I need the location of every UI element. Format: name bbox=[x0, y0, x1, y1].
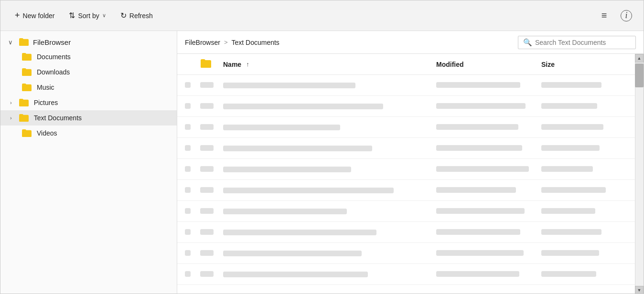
row-icon-skeleton bbox=[200, 82, 214, 88]
header-folder-svg bbox=[200, 59, 212, 68]
refresh-button[interactable]: ↻ Refresh bbox=[115, 8, 159, 23]
sidebar-root-label: FileBrowser bbox=[33, 38, 71, 46]
header-modified-col[interactable]: Modified bbox=[436, 61, 541, 68]
scrollbar-down-button[interactable]: ▼ bbox=[635, 286, 644, 294]
music-label: Music bbox=[37, 84, 54, 91]
sort-icon: ⇅ bbox=[69, 11, 75, 20]
videos-folder-icon bbox=[21, 129, 32, 137]
main-layout: ∨ FileBrowser Documents Downloads bbox=[0, 31, 644, 294]
row-name-skeleton bbox=[223, 146, 372, 151]
sort-by-button[interactable]: ⇅ Sort by ∨ bbox=[63, 8, 111, 23]
row-icon-skeleton bbox=[200, 103, 214, 109]
row-check-skeleton bbox=[185, 250, 191, 256]
name-header-label: Name bbox=[223, 61, 241, 68]
table-row[interactable] bbox=[177, 264, 635, 285]
sort-by-label: Sort by bbox=[78, 12, 99, 20]
size-header-label: Size bbox=[541, 61, 555, 68]
table-row[interactable] bbox=[177, 96, 635, 117]
table-row[interactable] bbox=[177, 180, 635, 201]
sidebar: ∨ FileBrowser Documents Downloads bbox=[0, 31, 177, 294]
search-input[interactable] bbox=[535, 39, 631, 46]
scrollbar-handle[interactable] bbox=[635, 63, 644, 87]
row-mod-skeleton bbox=[436, 166, 529, 172]
info-button[interactable]: i bbox=[618, 7, 635, 24]
row-mod-skeleton bbox=[436, 82, 520, 88]
row-icon-skeleton bbox=[200, 250, 214, 256]
root-chevron-icon: ∨ bbox=[8, 39, 13, 46]
table-row[interactable] bbox=[177, 117, 635, 138]
row-mod-skeleton bbox=[436, 229, 520, 235]
row-size-skeleton bbox=[541, 103, 597, 109]
row-icon-skeleton bbox=[200, 187, 214, 193]
root-folder-icon bbox=[19, 38, 29, 46]
toolbar: + New folder ⇅ Sort by ∨ ↻ Refresh ≡ i bbox=[0, 0, 644, 31]
row-name-skeleton bbox=[223, 209, 347, 214]
videos-label: Videos bbox=[37, 129, 57, 137]
row-check-skeleton bbox=[185, 271, 191, 277]
breadcrumb-separator: > bbox=[224, 39, 228, 46]
sidebar-item-downloads[interactable]: Downloads bbox=[0, 64, 177, 80]
row-mod-skeleton bbox=[436, 103, 526, 109]
sidebar-item-documents[interactable]: Documents bbox=[0, 49, 177, 64]
breadcrumb-root[interactable]: FileBrowser bbox=[185, 39, 220, 46]
header-folder-icon bbox=[200, 59, 223, 70]
row-name-skeleton bbox=[223, 104, 383, 109]
row-name-skeleton bbox=[223, 272, 368, 277]
file-list-header: Name ↑ Modified Size bbox=[177, 54, 635, 75]
table-row[interactable] bbox=[177, 75, 635, 96]
row-icon-skeleton bbox=[200, 145, 214, 151]
row-check-skeleton bbox=[185, 229, 191, 235]
table-row[interactable] bbox=[177, 243, 635, 264]
row-mod-skeleton bbox=[436, 124, 518, 130]
list-view-icon: ≡ bbox=[601, 10, 608, 21]
row-name-skeleton bbox=[223, 230, 376, 235]
music-folder-icon bbox=[21, 83, 32, 92]
table-row[interactable] bbox=[177, 222, 635, 243]
search-icon: 🔍 bbox=[523, 38, 532, 47]
text-documents-label: Text Documents bbox=[34, 114, 82, 122]
pictures-label: Pictures bbox=[34, 99, 58, 106]
sidebar-item-pictures[interactable]: › Pictures bbox=[0, 95, 177, 110]
sidebar-item-music[interactable]: Music bbox=[0, 80, 177, 95]
row-check-skeleton bbox=[185, 187, 191, 193]
row-icon-skeleton bbox=[200, 229, 214, 235]
header-size-col[interactable]: Size bbox=[541, 61, 627, 68]
toolbar-right: ≡ i bbox=[596, 7, 635, 24]
breadcrumb-current: Text Documents bbox=[232, 39, 279, 46]
row-mod-skeleton bbox=[436, 208, 525, 214]
row-size-skeleton bbox=[541, 187, 606, 193]
row-mod-skeleton bbox=[436, 145, 522, 151]
header-name-col[interactable]: Name ↑ bbox=[223, 61, 436, 68]
sidebar-item-videos[interactable]: Videos bbox=[0, 126, 177, 141]
content-area: FileBrowser > Text Documents 🔍 bbox=[177, 31, 644, 294]
row-check-skeleton bbox=[185, 124, 191, 130]
sidebar-item-text-documents[interactable]: › Text Documents bbox=[0, 110, 177, 126]
row-size-skeleton bbox=[541, 82, 601, 88]
row-check-skeleton bbox=[185, 145, 191, 151]
breadcrumb-bar: FileBrowser > Text Documents 🔍 bbox=[177, 31, 644, 54]
breadcrumb: FileBrowser > Text Documents bbox=[185, 39, 518, 46]
text-documents-folder-icon bbox=[19, 114, 29, 122]
sidebar-root-filebrowser[interactable]: ∨ FileBrowser bbox=[0, 35, 177, 49]
row-mod-skeleton bbox=[436, 271, 519, 277]
pictures-chevron-icon: › bbox=[10, 100, 12, 105]
downloads-label: Downloads bbox=[37, 68, 70, 76]
table-row[interactable] bbox=[177, 159, 635, 180]
file-list: Name ↑ Modified Size bbox=[177, 54, 644, 294]
row-name-skeleton bbox=[223, 83, 355, 88]
row-size-skeleton bbox=[541, 166, 593, 172]
scrollbar-up-button[interactable]: ▲ bbox=[635, 54, 644, 63]
row-name-skeleton bbox=[223, 188, 394, 193]
new-folder-icon: + bbox=[15, 10, 20, 21]
pictures-folder-icon bbox=[19, 98, 29, 107]
documents-folder-icon bbox=[21, 52, 32, 61]
new-folder-button[interactable]: + New folder bbox=[9, 8, 60, 23]
row-size-skeleton bbox=[541, 229, 601, 235]
list-view-button[interactable]: ≡ bbox=[596, 7, 613, 24]
sort-up-icon: ↑ bbox=[246, 61, 249, 68]
row-size-skeleton bbox=[541, 208, 595, 214]
table-row[interactable] bbox=[177, 201, 635, 222]
table-row[interactable] bbox=[177, 138, 635, 159]
row-check-skeleton bbox=[185, 166, 191, 172]
search-box: 🔍 bbox=[518, 36, 636, 49]
